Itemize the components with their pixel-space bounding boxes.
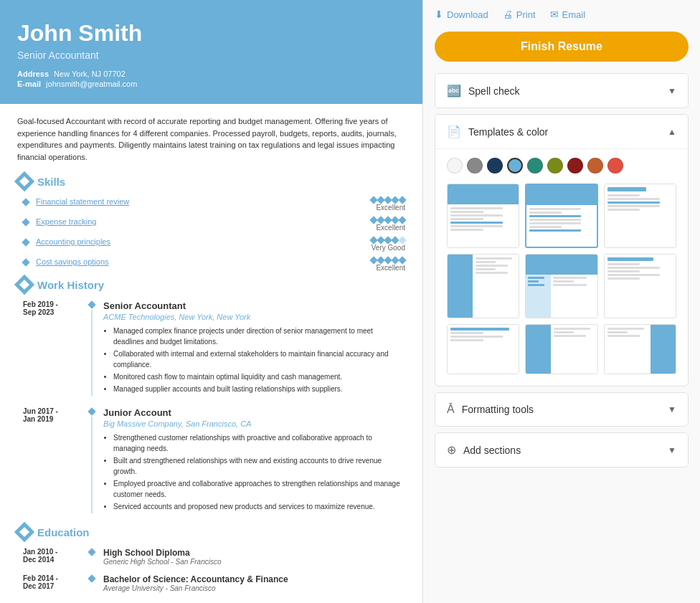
add-sections-chevron: ▼ [668, 445, 676, 455]
template-thumb-1[interactable] [447, 184, 519, 248]
template-thumb-6[interactable] [604, 254, 676, 318]
work-history-icon-inner [19, 280, 29, 290]
edu-date-end: Dec 2014 [23, 556, 80, 564]
skill-item: Cost savings options Excellent [17, 257, 405, 272]
color-swatch-teal[interactable] [527, 158, 543, 174]
skill-name: Accounting principles [36, 237, 371, 246]
template-thumb-9[interactable] [604, 324, 676, 374]
work-item: Jun 2017 - Jan 2019 Junior Account Big M… [17, 407, 405, 513]
add-sections-header[interactable]: ⊕ Add sections ▼ [435, 433, 688, 467]
work-item: Feb 2019 - Sep 2023 Senior Accountant AC… [17, 300, 405, 396]
email-icon: ✉ [550, 9, 559, 20]
skill-bullet [22, 198, 29, 206]
edu-school: Average University - San Francisco [103, 584, 405, 592]
edu-bullet-col [89, 574, 95, 592]
skill-dot [398, 256, 406, 264]
skills-icon-inner [19, 176, 29, 186]
spell-check-header-left: 🔤 Spell check [447, 84, 520, 98]
edu-degree: High School Diploma [103, 548, 405, 558]
color-swatch-dark-red[interactable] [567, 158, 583, 174]
formatting-tools-header[interactable]: Ā Formatting tools ▼ [435, 393, 688, 426]
work-job-title: Senior Accountant [103, 300, 405, 311]
resume-title: Senior Accountant [17, 49, 405, 61]
skills-title: Skills [37, 176, 65, 188]
skill-level: Excellent [376, 204, 405, 212]
work-history-icon [14, 275, 34, 295]
work-line [91, 310, 93, 396]
work-history-list: Feb 2019 - Sep 2023 Senior Accountant AC… [17, 300, 405, 513]
finish-resume-button[interactable]: Finish Resume [435, 32, 689, 62]
spell-check-header[interactable]: 🔤 Spell check ▼ [435, 74, 688, 108]
template-thumb-7[interactable] [447, 324, 519, 374]
work-company: Big Massive Company, San Francisco, CA [103, 419, 405, 428]
work-date-col: Feb 2019 - Sep 2023 [23, 300, 80, 396]
templates-color-chevron: ▲ [668, 127, 676, 137]
download-link[interactable]: ⬇ Download [435, 9, 488, 20]
skill-level: Excellent [376, 264, 405, 272]
skill-dots [371, 237, 405, 243]
address-value: New York, NJ 07702 [54, 70, 126, 78]
work-history-section-header: Work History [17, 277, 405, 292]
spell-check-icon: 🔤 [447, 84, 461, 98]
download-label: Download [447, 9, 488, 20]
template-thumb-8[interactable] [525, 324, 597, 374]
template-thumb-2[interactable] [525, 184, 597, 248]
work-bullet: Employed proactive and collaborative app… [113, 478, 405, 500]
edu-date-start: Jan 2010 - [23, 548, 80, 556]
color-swatch-navy[interactable] [487, 158, 503, 174]
work-date-start: Jun 2017 - [23, 407, 80, 415]
edu-school: Generic High School - San Francisco [103, 558, 405, 566]
skill-name: Financial statement review [36, 197, 371, 206]
work-bullets: Managed complex finance projects under d… [103, 326, 405, 394]
edu-diamond [88, 574, 95, 582]
skill-rating: Very Good [371, 237, 405, 252]
templates-color-header[interactable]: 📄 Templates & color ▲ [435, 115, 688, 148]
edu-content: Bachelor of Science: Accountancy & Finan… [103, 574, 405, 592]
email-link[interactable]: ✉ Email [550, 9, 586, 20]
template-thumb-4[interactable] [447, 254, 519, 318]
color-swatch-olive[interactable] [547, 158, 563, 174]
skill-item: Expense tracking Excellent [17, 217, 405, 232]
work-history-title: Work History [37, 279, 104, 291]
skill-name: Cost savings options [36, 257, 371, 266]
email-value: johnsmith@greatmail.com [46, 80, 137, 88]
color-swatch-white[interactable] [447, 158, 463, 174]
edu-date-start: Feb 2014 - [23, 574, 80, 582]
work-bullet: Managed complex finance projects under d… [113, 326, 405, 347]
color-swatch-gray[interactable] [467, 158, 483, 174]
templates-color-label: Templates & color [468, 126, 548, 138]
print-label: Print [516, 9, 536, 20]
print-link[interactable]: 🖨 Print [503, 9, 536, 20]
skill-dot [398, 216, 406, 224]
edu-date-col: Feb 2014 - Dec 2017 [23, 574, 80, 592]
work-bullet-col [89, 300, 95, 396]
work-bullet: Strengthened customer relationships with… [113, 432, 405, 454]
skill-dot [398, 236, 406, 244]
work-content: Junior Account Big Massive Company, San … [103, 407, 405, 513]
resume-panel: John Smith Senior Accountant Address New… [0, 0, 423, 603]
print-icon: 🖨 [503, 9, 513, 20]
templates-color-icon: 📄 [447, 125, 461, 138]
color-swatch-coral[interactable] [607, 158, 623, 174]
email-label: Email [562, 9, 586, 20]
skill-rating: Excellent [371, 257, 405, 272]
add-sections-label: Add sections [463, 445, 521, 456]
formatting-tools-label: Formatting tools [462, 404, 534, 415]
edu-diamond [88, 548, 95, 556]
education-list: Jan 2010 - Dec 2014 High School Diploma … [17, 548, 405, 592]
skill-level: Very Good [372, 244, 405, 252]
work-date-end: Jan 2019 [23, 415, 80, 423]
education-icon-inner [19, 527, 29, 537]
work-company: ACME Technologies, New York, New York [103, 313, 405, 321]
skills-section-header: Skills [17, 174, 405, 189]
work-date-end: Sep 2023 [23, 308, 80, 316]
color-swatch-brown[interactable] [587, 158, 603, 174]
edu-date-col: Jan 2010 - Dec 2014 [23, 548, 80, 566]
skills-icon [14, 171, 34, 191]
template-thumb-3[interactable] [604, 184, 676, 248]
resume-body: Goal-focused Accountant with record of a… [0, 104, 422, 603]
template-thumb-5[interactable] [525, 254, 597, 318]
color-swatch-blue[interactable] [507, 158, 523, 174]
skill-dots [371, 197, 405, 203]
formatting-tools-header-left: Ā Formatting tools [447, 403, 534, 416]
